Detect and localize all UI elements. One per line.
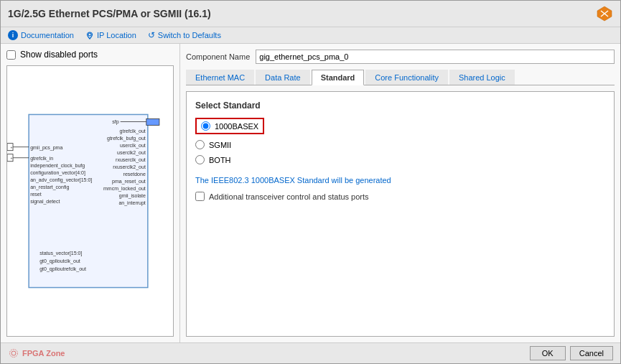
svg-point-37 [10, 350, 18, 358]
svg-text:reset: reset [30, 192, 42, 197]
show-disabled-label: Show disabled ports [20, 50, 98, 60]
title-bar-left: 1G/2.5G Ethernet PCS/PMA or SGMII (16.1) [8, 8, 211, 19]
svg-text:status_vector[15:0]: status_vector[15:0] [39, 251, 82, 256]
svg-point-36 [11, 351, 16, 355]
selected-option-box: 1000BASEX [195, 118, 264, 134]
svg-text:userclk2_out: userclk2_out [117, 150, 146, 156]
svg-text:gmii_pcs_pma: gmii_pcs_pma [30, 145, 62, 151]
ip-location-button[interactable]: IP Location [85, 31, 136, 39]
tab-core-functionality[interactable]: Core Functionality [365, 70, 448, 85]
svg-text:userclk_out: userclk_out [120, 143, 146, 149]
diagram-area: sfp + gmii_pcs_pma + gtrefclk_in inde [6, 65, 174, 337]
label-both: BOTH [209, 156, 231, 164]
toolbar: i Documentation IP Location ↺ Switch to … [1, 27, 620, 44]
svg-text:gtrefclk_out: gtrefclk_out [120, 129, 146, 134]
info-text: The IEEE802.3 1000BASEX Standard will be… [195, 176, 605, 185]
documentation-button[interactable]: i Documentation [8, 30, 74, 40]
option-both[interactable]: BOTH [195, 155, 605, 164]
svg-text:an_interrupt: an_interrupt [118, 200, 145, 206]
radio-sgmii[interactable] [195, 140, 205, 149]
additional-label: Additional transceiver control and statu… [209, 192, 369, 201]
tab-shared-logic[interactable]: Shared Logic [449, 70, 515, 85]
svg-text:an_restart_config: an_restart_config [30, 185, 69, 190]
component-name-label: Component Name [186, 52, 250, 61]
ok-button[interactable]: OK [530, 346, 566, 360]
svg-text:+: + [11, 156, 13, 160]
show-disabled-checkbox[interactable] [6, 50, 16, 60]
svg-text:gmii_isolate: gmii_isolate [119, 193, 146, 199]
tab-ethernet-mac[interactable]: Ethernet MAC [186, 70, 254, 85]
window-title: 1G/2.5G Ethernet PCS/PMA or SGMII (16.1) [8, 8, 211, 19]
bottom-bar-left: FPGA Zone [8, 347, 526, 359]
title-bar: 1G/2.5G Ethernet PCS/PMA or SGMII (16.1) [1, 1, 620, 27]
svg-text:gt0_qplloutclk_out: gt0_qplloutclk_out [39, 258, 80, 264]
svg-text:gtrefclk_bufg_out: gtrefclk_bufg_out [107, 136, 146, 141]
location-icon [85, 31, 94, 39]
cancel-button[interactable]: Cancel [570, 346, 613, 360]
option-sgmii[interactable]: SGMII [195, 140, 605, 149]
label-1000basex: 1000BASEX [215, 122, 258, 131]
label-sgmii: SGMII [209, 141, 231, 149]
svg-text:pma_reset_out: pma_reset_out [112, 179, 146, 185]
watermark-text: FPGA Zone [22, 349, 65, 358]
xilinx-logo-icon [596, 5, 613, 22]
option-1000basex[interactable]: 1000BASEX [195, 118, 605, 134]
tab-standard[interactable]: Standard [312, 70, 365, 85]
content-area: Show disabled ports sfp + gmii_pcs_pma [1, 44, 620, 342]
svg-text:resetdone: resetdone [123, 172, 146, 177]
svg-text:rxuserclk2_out: rxuserclk2_out [113, 164, 146, 170]
svg-text:sfp: sfp [112, 119, 118, 125]
svg-text:configuration_vector[4:0]: configuration_vector[4:0] [30, 170, 85, 176]
radio-both[interactable] [195, 155, 205, 164]
show-disabled-row: Show disabled ports [6, 50, 174, 60]
svg-text:an_adv_config_vector[15:0]: an_adv_config_vector[15:0] [30, 177, 92, 183]
tab-data-rate[interactable]: Data Rate [256, 70, 310, 85]
svg-text:mmcm_locked_out: mmcm_locked_out [103, 186, 146, 192]
radio-1000basex[interactable] [201, 121, 210, 131]
tab-content-standard: Select Standard 1000BASEX SGMII [186, 91, 615, 337]
svg-text:rxuserclk_out: rxuserclk_out [116, 157, 146, 163]
section-title: Select Standard [195, 101, 605, 111]
port-diagram-svg: sfp + gmii_pcs_pma + gtrefclk_in inde [7, 66, 173, 336]
svg-text:signal_detect: signal_detect [30, 199, 60, 205]
bottom-bar: FPGA Zone OK Cancel [1, 342, 620, 363]
svg-text:gtrefclk_in: gtrefclk_in [30, 156, 53, 162]
svg-text:gt0_qplloutrefclk_out: gt0_qplloutrefclk_out [39, 266, 86, 272]
radio-group-standard: 1000BASEX SGMII BOTH [195, 118, 605, 164]
svg-text:+: + [11, 145, 13, 149]
main-window: 1G/2.5G Ethernet PCS/PMA or SGMII (16.1)… [0, 0, 621, 364]
additional-row: Additional transceiver control and statu… [195, 192, 605, 201]
refresh-icon: ↺ [148, 30, 155, 40]
svg-rect-6 [146, 119, 159, 126]
right-panel: Component Name Ethernet MAC Data Rate St… [180, 44, 620, 342]
svg-point-3 [88, 33, 91, 36]
left-panel: Show disabled ports sfp + gmii_pcs_pma [1, 44, 180, 342]
component-name-row: Component Name [186, 50, 615, 64]
info-icon: i [8, 30, 18, 40]
tabs-bar: Ethernet MAC Data Rate Standard Core Fun… [186, 70, 615, 85]
switch-defaults-button[interactable]: ↺ Switch to Defaults [148, 30, 221, 40]
svg-text:independent_clock_bufg: independent_clock_bufg [30, 163, 85, 169]
gear-icon [8, 347, 19, 359]
additional-checkbox[interactable] [195, 192, 205, 201]
component-name-input[interactable] [256, 50, 615, 64]
